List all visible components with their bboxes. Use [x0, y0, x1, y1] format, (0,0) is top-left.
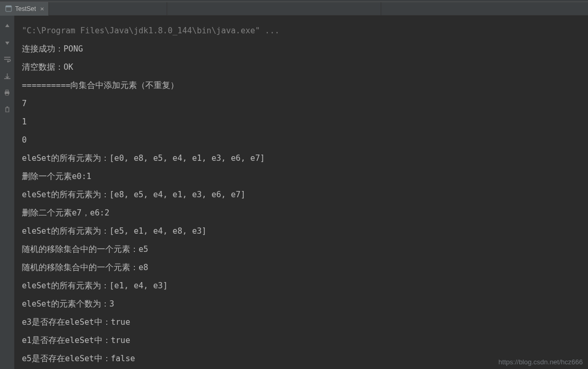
export-icon[interactable] — [3, 72, 11, 80]
console-line: eleSet的元素个数为：3 — [22, 295, 588, 313]
tab-testset[interactable]: TestSet × — [0, 2, 49, 16]
console-line: 删除二个元素e7，e6:2 — [22, 204, 588, 222]
gutter-toolbar — [0, 16, 15, 369]
console-line: eleSet的所有元素为：[e0, e8, e5, e4, e1, e3, e6… — [22, 149, 588, 168]
print-icon[interactable] — [3, 88, 11, 97]
console-line: 随机的移除集合中的一个元素：e5 — [22, 240, 588, 259]
svg-rect-3 — [6, 90, 8, 92]
console-line: 清空数据：OK — [22, 58, 588, 77]
console-line: 0 — [22, 131, 588, 149]
console-line: eleSet的所有元素为：[e8, e5, e4, e1, e3, e6, e7… — [22, 186, 588, 204]
watermark: https://blog.csdn.net/hcz666 — [498, 358, 583, 366]
console-line: e1是否存在eleSet中：true — [22, 332, 588, 350]
tab-dividers — [49, 2, 588, 16]
up-arrow-icon[interactable] — [3, 22, 11, 30]
trash-icon[interactable] — [3, 105, 11, 113]
console-line: 连接成功：PONG — [22, 40, 588, 58]
console-line: 7 — [22, 95, 588, 113]
console-line: 1 — [22, 113, 588, 131]
down-arrow-icon[interactable] — [3, 39, 11, 47]
tab-bar: TestSet × — [0, 2, 588, 16]
console-output[interactable]: "C:\Program Files\Java\jdk1.8.0_144\bin\… — [15, 16, 588, 369]
console-line: "C:\Program Files\Java\jdk1.8.0_144\bin\… — [22, 22, 588, 40]
console-line: eleSet的所有元素为：[e1, e4, e3] — [22, 277, 588, 295]
svg-rect-1 — [6, 6, 11, 7]
console-line: eleSet的所有元素为：[e5, e1, e4, e8, e3] — [22, 222, 588, 240]
console-line: ==========向集合中添加元素（不重复） — [22, 77, 588, 95]
wrap-icon[interactable] — [3, 55, 11, 63]
console-line: 删除一个元素e0:1 — [22, 168, 588, 186]
tab-label: TestSet — [15, 5, 36, 12]
main-area: "C:\Program Files\Java\jdk1.8.0_144\bin\… — [0, 16, 588, 369]
console-line: e3是否存在eleSet中：true — [22, 313, 588, 332]
svg-rect-4 — [6, 94, 8, 95]
console-line: 随机的移除集合中的一个元素：e8 — [22, 259, 588, 277]
close-icon[interactable]: × — [40, 5, 44, 12]
run-config-icon — [5, 5, 12, 12]
